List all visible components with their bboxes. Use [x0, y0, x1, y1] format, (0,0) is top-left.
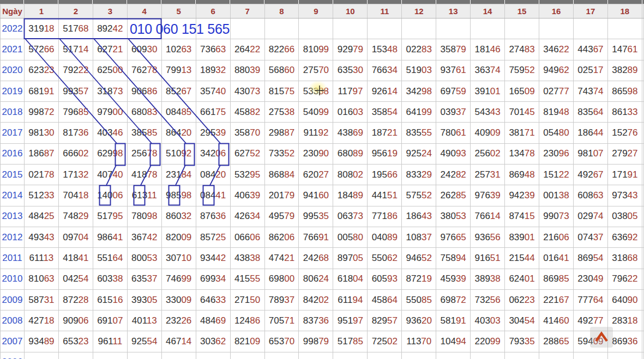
digits-tail: 02 — [79, 148, 89, 159]
digits-tail: 78 — [525, 148, 535, 159]
number-cell: 54099 — [299, 102, 333, 123]
digits-head: 869 — [577, 253, 593, 263]
digits-head: 864 — [166, 127, 181, 138]
digits-tail: 99 — [318, 107, 329, 117]
number-cell: 81948 — [539, 102, 574, 123]
digits-head: 796 — [612, 273, 627, 284]
digits-tail: 43 — [44, 232, 55, 242]
number-cell: 75952 — [505, 60, 539, 81]
digits-tail: 66 — [284, 44, 294, 54]
digits-tail: 79 — [284, 211, 294, 221]
number-cell: 77764 — [573, 289, 607, 310]
digits-head: 842 — [303, 295, 318, 305]
digits-tail: 27 — [628, 148, 638, 159]
number-cell: 33009 — [161, 289, 196, 310]
digits-head: 054 — [543, 127, 558, 138]
column-header-8: 8 — [264, 4, 299, 19]
digits-head: 736 — [200, 44, 215, 54]
digits-head: 363 — [474, 65, 490, 75]
digits-tail: 85 — [147, 127, 157, 138]
number-cell: 05480 — [539, 123, 574, 143]
digits-head: 381 — [509, 127, 524, 138]
digits-head: 062 — [509, 295, 524, 305]
number-cell — [333, 19, 368, 39]
digits-head: 262 — [441, 190, 456, 200]
digits-tail: 56 — [490, 232, 501, 242]
number-cell: 99535 — [299, 206, 333, 227]
digits-tail: 22 — [559, 169, 569, 180]
year-cell-2013: 2013 — [1, 206, 25, 227]
digits-tail: 69 — [353, 127, 363, 138]
number-cell: 86206 — [264, 227, 299, 247]
digits-tail: 22 — [250, 44, 260, 54]
number-cell: 95197 — [333, 311, 368, 331]
digits-head: 833 — [406, 169, 422, 180]
top-scrollbar[interactable] — [0, 0, 644, 4]
number-cell: 80624 — [299, 269, 333, 289]
number-cell: 38585 — [127, 123, 161, 143]
number-cell: 30454 — [505, 311, 539, 331]
row-sliver — [642, 60, 643, 81]
digits-head: 575 — [406, 190, 422, 200]
digits-head: 587 — [28, 295, 44, 305]
number-cell — [230, 352, 264, 359]
digits-head: 611 — [338, 295, 352, 305]
digits-head: 438 — [338, 127, 353, 138]
digits-tail: 92 — [318, 127, 329, 138]
crosshair-cursor — [314, 85, 325, 98]
digits-head: 186 — [406, 211, 422, 221]
digits-tail: 64 — [593, 107, 604, 117]
digits-tail: 73 — [113, 86, 123, 96]
number-cell: 38053 — [436, 206, 471, 227]
column-header-4: 4 — [127, 4, 161, 19]
number-cell: 27538 — [264, 102, 299, 123]
digits-head: 698 — [269, 273, 284, 284]
number-cell: 83901 — [505, 227, 539, 247]
number-cell: 68191 — [24, 81, 58, 101]
row-sliver — [642, 39, 643, 60]
digits-head: 186 — [28, 148, 44, 159]
digits-tail: 52 — [525, 65, 535, 75]
digits-tail: 78 — [147, 169, 157, 180]
digits-head: 063 — [338, 211, 353, 221]
digits-head: 627 — [97, 44, 112, 54]
number-cell: 51092 — [161, 143, 196, 164]
year-cell-2006: 2006 — [1, 352, 25, 359]
digits-head: 789 — [269, 295, 284, 305]
digits-head: 441 — [372, 190, 387, 200]
digits-tail: 60 — [318, 190, 329, 200]
digits-tail: 18 — [79, 190, 89, 200]
digits-head: 084 — [166, 107, 181, 117]
digits-tail: 31 — [490, 169, 501, 180]
number-cell: 90686 — [127, 81, 161, 101]
digits-tail: 30 — [353, 65, 363, 75]
digits-tail: 59 — [456, 86, 466, 96]
digits-tail: 27 — [318, 169, 329, 180]
digits-head: 934 — [200, 253, 215, 263]
number-cell — [230, 19, 264, 39]
number-cell: 41878 — [127, 165, 161, 185]
scroll-to-top-button[interactable] — [590, 327, 613, 348]
digits-tail: 44 — [525, 253, 535, 263]
number-cell: 86954 — [573, 248, 607, 269]
digits-head: 275 — [269, 107, 284, 117]
number-cell: 40346 — [93, 123, 127, 143]
digits-head: 171 — [63, 169, 78, 180]
digits-head: 298 — [269, 127, 284, 138]
row-sliver — [642, 143, 643, 164]
digits-tail: 22 — [628, 273, 638, 284]
number-cell: 82009 — [161, 227, 196, 247]
digits-tail: 23 — [44, 65, 55, 75]
number-cell: 00138 — [539, 185, 574, 206]
digits-tail: 07 — [593, 148, 604, 159]
digits-head: 492 — [577, 315, 593, 326]
number-cell: 87228 — [58, 289, 93, 310]
digits-head: 134 — [509, 148, 524, 159]
digits-head: 743 — [577, 86, 593, 96]
number-cell: 06223 — [505, 289, 539, 310]
number-cell — [368, 19, 402, 39]
digits-head: 184 — [338, 190, 353, 200]
number-cell: 48469 — [196, 311, 230, 331]
digits-tail: 68 — [318, 253, 329, 263]
number-cell: 81063 — [24, 269, 58, 289]
